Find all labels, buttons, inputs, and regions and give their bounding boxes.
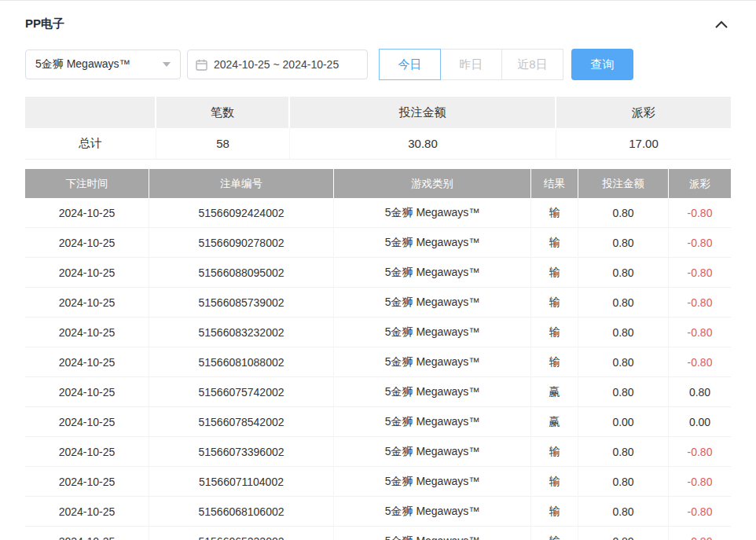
cell-bet-time: 2024-10-25 xyxy=(25,497,149,527)
quick-filter-last-8-days[interactable]: 近8日 xyxy=(501,49,563,80)
quick-filter-yesterday[interactable]: 昨日 xyxy=(440,49,502,80)
cell-result: 输 xyxy=(531,288,578,318)
cell-bet-amount: 0.80 xyxy=(578,228,669,258)
table-row: 2024-10-25 51566068106002 5金狮 Megaways™ … xyxy=(25,497,731,527)
cell-payout: -0.80 xyxy=(669,288,731,318)
summary-total-payout: 17.00 xyxy=(556,128,731,160)
summary-total-row: 总计 58 30.80 17.00 xyxy=(25,128,731,160)
cell-game-type: 5金狮 Megaways™ xyxy=(334,377,531,407)
table-row: 2024-10-25 51566071104002 5金狮 Megaways™ … xyxy=(25,467,731,497)
cell-order-id: 51566083232002 xyxy=(149,318,334,347)
cell-result: 输 xyxy=(531,347,578,377)
cell-bet-amount: 0.80 xyxy=(578,527,669,540)
summary-header-blank xyxy=(25,97,156,128)
cell-game-type: 5金狮 Megaways™ xyxy=(334,527,531,540)
table-row: 2024-10-25 51566078542002 5金狮 Megaways™ … xyxy=(25,407,731,437)
cell-bet-amount: 0.80 xyxy=(578,198,669,228)
cell-bet-amount: 0.80 xyxy=(578,497,669,527)
cell-order-id: 51566068106002 xyxy=(149,497,334,527)
cell-order-id: 51566075742002 xyxy=(149,377,334,407)
cell-order-id: 51566071104002 xyxy=(149,467,334,497)
cell-result: 输 xyxy=(531,258,578,288)
cell-order-id: 51566085739002 xyxy=(149,288,334,318)
cell-order-id: 51566081088002 xyxy=(149,347,334,377)
table-row: 2024-10-25 51566075742002 5金狮 Megaways™ … xyxy=(25,377,731,407)
pp-electronics-panel: PP电子 5金狮 Megaways™ 2024-10 xyxy=(0,0,756,540)
cell-game-type: 5金狮 Megaways™ xyxy=(334,347,531,377)
cell-order-id: 51566078542002 xyxy=(149,407,334,437)
cell-order-id: 51566073396002 xyxy=(149,437,334,467)
table-row: 2024-10-25 51566090278002 5金狮 Megaways™ … xyxy=(25,228,731,258)
cell-game-type: 5金狮 Megaways™ xyxy=(334,288,531,318)
chevron-down-icon xyxy=(163,62,171,67)
cell-bet-time: 2024-10-25 xyxy=(25,318,149,347)
cell-payout: -0.80 xyxy=(669,198,731,228)
table-row: 2024-10-25 51566085739002 5金狮 Megaways™ … xyxy=(25,288,731,318)
summary-header-row: 笔数 投注金额 派彩 xyxy=(25,97,731,128)
cell-payout: -0.80 xyxy=(669,527,731,540)
cell-bet-amount: 0.80 xyxy=(578,347,669,377)
panel-title: PP电子 xyxy=(25,17,64,31)
cell-bet-time: 2024-10-25 xyxy=(25,288,149,318)
cell-game-type: 5金狮 Megaways™ xyxy=(334,198,531,228)
cell-game-type: 5金狮 Megaways™ xyxy=(334,318,531,347)
cell-order-id: 51566088095002 xyxy=(149,258,334,288)
bet-table-header-row: 下注时间 注单编号 游戏类别 结果 投注金额 派彩 xyxy=(25,169,731,198)
col-header-bet-amount: 投注金额 xyxy=(578,169,669,198)
date-range-input[interactable]: 2024-10-25 ~ 2024-10-25 xyxy=(187,50,368,79)
cell-result: 输 xyxy=(531,497,578,527)
cell-payout: 0.00 xyxy=(669,407,731,437)
summary-header-payout: 派彩 xyxy=(556,97,731,128)
summary-header-count: 笔数 xyxy=(156,97,290,128)
game-select[interactable]: 5金狮 Megaways™ xyxy=(25,50,181,79)
cell-result: 输 xyxy=(531,437,578,467)
cell-payout: -0.80 xyxy=(669,228,731,258)
table-row: 2024-10-25 51566073396002 5金狮 Megaways™ … xyxy=(25,437,731,467)
quick-filter-group: 今日 昨日 近8日 xyxy=(379,49,563,80)
quick-filter-today[interactable]: 今日 xyxy=(379,49,441,80)
table-row: 2024-10-25 51566065232002 5金狮 Megaways™ … xyxy=(25,527,731,540)
cell-payout: 0.80 xyxy=(669,377,731,407)
search-button[interactable]: 查询 xyxy=(571,49,633,80)
col-header-payout: 派彩 xyxy=(669,169,731,198)
cell-payout: -0.80 xyxy=(669,258,731,288)
panel-header: PP电子 xyxy=(25,17,731,31)
cell-bet-amount: 0.80 xyxy=(578,318,669,347)
collapse-panel-button[interactable] xyxy=(709,19,734,30)
calendar-icon xyxy=(196,59,207,71)
cell-payout: -0.80 xyxy=(669,467,731,497)
cell-result: 输 xyxy=(531,198,578,228)
cell-bet-amount: 0.80 xyxy=(578,467,669,497)
date-range-value: 2024-10-25 ~ 2024-10-25 xyxy=(214,58,339,71)
bet-records-table: 下注时间 注单编号 游戏类别 结果 投注金额 派彩 2024-10-25 515… xyxy=(25,169,731,540)
summary-total-count: 58 xyxy=(156,128,290,160)
cell-bet-time: 2024-10-25 xyxy=(25,407,149,437)
table-row: 2024-10-25 51566081088002 5金狮 Megaways™ … xyxy=(25,347,731,377)
cell-result: 输 xyxy=(531,527,578,540)
cell-payout: -0.80 xyxy=(669,437,731,467)
cell-bet-time: 2024-10-25 xyxy=(25,347,149,377)
bet-table-body: 2024-10-25 51566092424002 5金狮 Megaways™ … xyxy=(25,198,731,540)
cell-bet-time: 2024-10-25 xyxy=(25,527,149,540)
cell-result: 输 xyxy=(531,228,578,258)
cell-bet-time: 2024-10-25 xyxy=(25,437,149,467)
cell-result: 输 xyxy=(531,318,578,347)
cell-bet-time: 2024-10-25 xyxy=(25,258,149,288)
cell-order-id: 51566065232002 xyxy=(149,527,334,540)
cell-order-id: 51566090278002 xyxy=(149,228,334,258)
cell-game-type: 5金狮 Megaways™ xyxy=(334,497,531,527)
cell-payout: -0.80 xyxy=(669,497,731,527)
cell-bet-amount: 0.80 xyxy=(578,437,669,467)
cell-payout: -0.80 xyxy=(669,318,731,347)
table-row: 2024-10-25 51566083232002 5金狮 Megaways™ … xyxy=(25,318,731,347)
cell-game-type: 5金狮 Megaways™ xyxy=(334,437,531,467)
cell-game-type: 5金狮 Megaways™ xyxy=(334,228,531,258)
col-header-result: 结果 xyxy=(531,169,578,198)
cell-order-id: 51566092424002 xyxy=(149,198,334,228)
col-header-game-type: 游戏类别 xyxy=(334,169,531,198)
cell-result: 输 xyxy=(531,467,578,497)
cell-bet-time: 2024-10-25 xyxy=(25,377,149,407)
summary-total-bet: 30.80 xyxy=(290,128,556,160)
col-header-bet-time: 下注时间 xyxy=(25,169,149,198)
cell-game-type: 5金狮 Megaways™ xyxy=(334,258,531,288)
